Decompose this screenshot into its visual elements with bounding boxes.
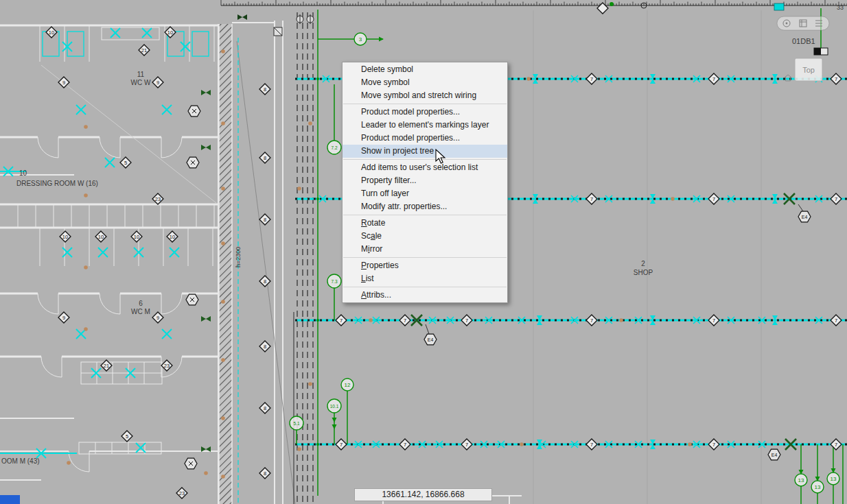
svg-text:7: 7 xyxy=(712,76,715,82)
menu-item[interactable]: Mirror xyxy=(343,243,507,256)
menu-item[interactable]: Leader to element's markings layer xyxy=(343,119,507,132)
svg-text:E4: E4 xyxy=(771,453,778,457)
menu-item[interactable]: Attribs... xyxy=(343,289,507,302)
room-label: SHOP xyxy=(634,269,653,276)
menu-separator xyxy=(343,104,507,104)
svg-text:7: 7 xyxy=(465,442,468,448)
svg-text:7: 7 xyxy=(465,317,468,324)
svg-text:13: 13 xyxy=(831,476,837,482)
svg-text:10: 10 xyxy=(49,29,54,36)
menu-item[interactable]: Show in project tree xyxy=(343,145,507,158)
svg-text:7: 7 xyxy=(590,317,593,324)
hexagon-tag[interactable]: E4 xyxy=(768,449,780,460)
circuit-tag[interactable]: 3 xyxy=(354,33,367,45)
menu-item[interactable]: Turn off layer xyxy=(343,187,507,200)
svg-text:7: 7 xyxy=(404,442,406,448)
svg-text:9: 9 xyxy=(62,80,65,86)
svg-text:8: 8 xyxy=(264,278,266,285)
menu-item[interactable]: List xyxy=(343,272,507,285)
svg-text:7.3: 7.3 xyxy=(331,279,337,284)
svg-text:E4: E4 xyxy=(802,215,808,219)
hexagon-tag[interactable] xyxy=(187,157,199,168)
svg-text:8: 8 xyxy=(264,86,266,93)
svg-text:10: 10 xyxy=(170,234,175,240)
svg-text:13: 13 xyxy=(815,484,821,490)
hexagon-tag[interactable] xyxy=(188,106,200,117)
svg-text:7: 7 xyxy=(835,317,837,324)
svg-text:7: 7 xyxy=(590,442,593,448)
room-label: 01DB1 xyxy=(792,37,815,45)
circuit-tag[interactable]: 13 xyxy=(811,481,824,493)
hexagon-tag[interactable]: E4 xyxy=(424,334,437,345)
menu-item[interactable]: Add items to user's selection list xyxy=(343,161,507,174)
hexagon-tag[interactable] xyxy=(186,294,198,305)
svg-text:5: 5 xyxy=(126,433,128,440)
svg-text:7: 7 xyxy=(712,442,715,448)
coordinate-readout: 13661.142, 16866.668 xyxy=(354,488,492,501)
room-label: WC W xyxy=(131,79,151,86)
menu-separator xyxy=(343,159,507,160)
menu-item[interactable]: Modify attr. properties... xyxy=(343,200,507,213)
menu-item[interactable]: Properties xyxy=(343,259,507,272)
circuit-tag[interactable]: 7.2 xyxy=(327,141,341,154)
svg-text:8: 8 xyxy=(264,344,266,350)
room-label: DRESSING ROOM W (16) xyxy=(16,180,98,187)
svg-text:7: 7 xyxy=(590,76,593,82)
svg-text:7.2: 7.2 xyxy=(331,145,337,150)
svg-text:21: 21 xyxy=(104,363,109,369)
svg-text:23: 23 xyxy=(155,196,161,202)
svg-text:21: 21 xyxy=(141,47,147,53)
circuit-tag[interactable]: 13 xyxy=(795,474,807,486)
hexagon-tag[interactable]: E4 xyxy=(798,211,811,222)
menu-item[interactable]: Move symbol xyxy=(343,76,507,89)
svg-text:7: 7 xyxy=(340,317,343,324)
menu-item[interactable]: Product model properties... xyxy=(343,132,507,145)
svg-text:23: 23 xyxy=(179,490,185,496)
room-label: OOM M (43) xyxy=(1,457,40,465)
menu-separator xyxy=(343,257,507,258)
svg-text:E4: E4 xyxy=(428,337,434,342)
context-menu: Delete symbolMove symbolMove symbol and … xyxy=(342,62,508,303)
viewcube-face-label[interactable]: Top xyxy=(802,66,815,74)
svg-text:5.1: 5.1 xyxy=(293,421,299,426)
svg-text:10: 10 xyxy=(98,234,104,240)
circuit-tag[interactable]: 5.1 xyxy=(290,416,303,430)
svg-text:7: 7 xyxy=(835,76,837,82)
svg-text:10: 10 xyxy=(167,29,173,36)
svg-text:8: 8 xyxy=(264,405,266,411)
circuit-tag[interactable]: 12 xyxy=(341,379,353,391)
menu-item[interactable]: Product model properties... xyxy=(343,106,507,119)
menu-item[interactable]: Scale xyxy=(343,230,507,243)
svg-text:9: 9 xyxy=(62,315,65,321)
svg-text:12: 12 xyxy=(345,382,351,388)
room-label: 11 xyxy=(137,71,145,78)
room-label: 2 xyxy=(641,260,645,267)
circuit-tag[interactable]: 10.1 xyxy=(327,399,341,413)
room-label: h=2300 xyxy=(235,247,242,267)
svg-text:8: 8 xyxy=(264,470,266,477)
svg-text:7: 7 xyxy=(712,196,715,202)
svg-text:9: 9 xyxy=(156,315,159,321)
svg-text:5: 5 xyxy=(124,160,127,166)
svg-text:13: 13 xyxy=(798,477,804,483)
svg-text:7: 7 xyxy=(712,317,715,324)
hexagon-tag[interactable] xyxy=(185,458,197,469)
svg-text:3: 3 xyxy=(359,36,362,43)
room-label: WC M xyxy=(131,308,150,315)
room-label: 33 xyxy=(837,4,844,11)
svg-text:23: 23 xyxy=(164,363,170,369)
svg-text:10: 10 xyxy=(62,234,68,240)
menu-separator xyxy=(343,215,507,215)
circuit-tag[interactable]: 13 xyxy=(827,472,839,485)
circuit-tag[interactable]: 7.3 xyxy=(327,274,341,288)
menu-item[interactable]: Property filter... xyxy=(343,174,507,187)
menu-item[interactable]: Move symbol and stretch wiring xyxy=(343,89,507,102)
room-label: 6 xyxy=(139,300,143,307)
menu-item[interactable]: Delete symbol xyxy=(343,63,507,76)
svg-text:8: 8 xyxy=(264,217,266,223)
svg-text:8: 8 xyxy=(264,155,266,161)
svg-text:9: 9 xyxy=(156,80,159,86)
viewcube[interactable]: Top xyxy=(795,58,822,81)
menu-item[interactable]: Rotate xyxy=(343,217,507,230)
menu-separator xyxy=(343,287,507,287)
